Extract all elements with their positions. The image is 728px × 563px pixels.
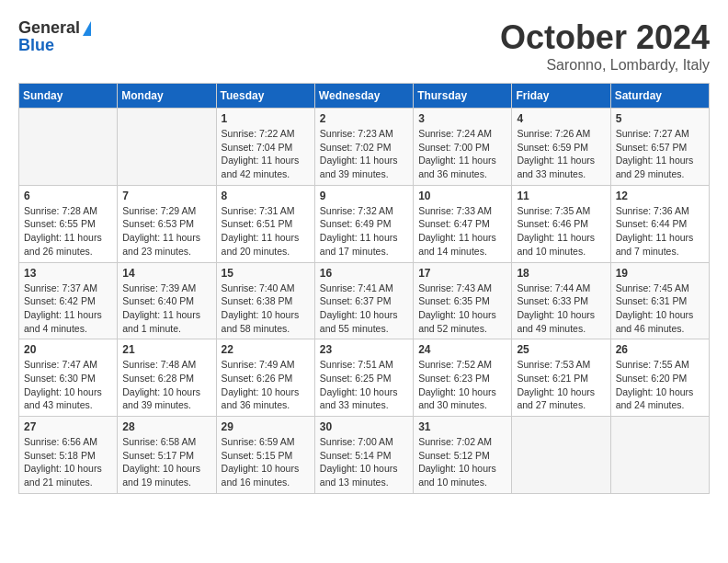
calendar-week-row: 6 Sunrise: 7:28 AM Sunset: 6:55 PM Dayli… (19, 185, 710, 262)
daylight-text: Daylight: 11 hours and 42 minutes. (222, 155, 300, 179)
day-number: 9 (320, 190, 408, 202)
calendar-cell: 15 Sunrise: 7:40 AM Sunset: 6:38 PM Dayl… (216, 262, 314, 339)
calendar-cell: 6 Sunrise: 7:28 AM Sunset: 6:55 PM Dayli… (19, 185, 118, 262)
daylight-text: Daylight: 11 hours and 36 minutes. (418, 155, 496, 179)
sunset-text: Sunset: 6:55 PM (24, 218, 96, 229)
cell-details: Sunrise: 7:02 AM Sunset: 5:12 PM Dayligh… (418, 435, 506, 489)
page-header: General Blue October 2024 Saronno, Lomba… (18, 18, 710, 74)
sunset-text: Sunset: 6:31 PM (616, 295, 688, 306)
cell-details: Sunrise: 7:45 AM Sunset: 6:31 PM Dayligh… (616, 282, 704, 336)
cell-details: Sunrise: 7:29 AM Sunset: 6:53 PM Dayligh… (122, 204, 210, 259)
sunrise-text: Sunrise: 7:49 AM (222, 359, 295, 370)
day-number: 21 (122, 343, 210, 356)
calendar-cell: 19 Sunrise: 7:45 AM Sunset: 6:31 PM Dayl… (610, 262, 709, 339)
sunrise-text: Sunrise: 7:55 AM (616, 359, 689, 370)
cell-details: Sunrise: 7:49 AM Sunset: 6:26 PM Dayligh… (222, 358, 310, 412)
sunset-text: Sunset: 5:18 PM (24, 450, 96, 461)
daylight-text: Daylight: 11 hours and 4 minutes. (24, 309, 102, 334)
sunset-text: Sunset: 6:20 PM (616, 373, 688, 384)
day-number: 27 (24, 420, 112, 433)
sunset-text: Sunset: 7:04 PM (222, 142, 293, 153)
day-number: 5 (616, 112, 704, 125)
day-number: 26 (616, 343, 704, 356)
sunrise-text: Sunrise: 7:51 AM (320, 359, 393, 370)
sunrise-text: Sunrise: 7:28 AM (24, 205, 97, 216)
sunset-text: Sunset: 5:12 PM (418, 450, 490, 461)
cell-details: Sunrise: 6:58 AM Sunset: 5:17 PM Dayligh… (122, 435, 210, 489)
day-number: 17 (418, 267, 506, 280)
cell-details: Sunrise: 7:28 AM Sunset: 6:55 PM Dayligh… (24, 204, 112, 259)
cell-details: Sunrise: 7:24 AM Sunset: 7:00 PM Dayligh… (418, 127, 506, 181)
sunrise-text: Sunrise: 7:41 AM (320, 282, 393, 293)
cell-details: Sunrise: 7:41 AM Sunset: 6:37 PM Dayligh… (320, 282, 408, 336)
day-number: 12 (616, 190, 704, 202)
logo-general-text: General (18, 18, 80, 38)
sunset-text: Sunset: 6:28 PM (122, 373, 194, 384)
col-saturday: Saturday (610, 84, 709, 109)
daylight-text: Daylight: 11 hours and 20 minutes. (222, 232, 300, 257)
day-number: 23 (320, 343, 408, 356)
calendar-cell: 1 Sunrise: 7:22 AM Sunset: 7:04 PM Dayli… (216, 109, 314, 186)
sunrise-text: Sunrise: 7:02 AM (418, 436, 492, 447)
daylight-text: Daylight: 10 hours and 36 minutes. (222, 386, 300, 411)
cell-details: Sunrise: 6:56 AM Sunset: 5:18 PM Dayligh… (24, 435, 112, 489)
cell-details: Sunrise: 7:36 AM Sunset: 6:44 PM Dayligh… (616, 204, 704, 259)
cell-details: Sunrise: 7:33 AM Sunset: 6:47 PM Dayligh… (418, 204, 506, 259)
sunrise-text: Sunrise: 7:37 AM (24, 282, 97, 293)
calendar-cell: 9 Sunrise: 7:32 AM Sunset: 6:49 PM Dayli… (314, 185, 413, 262)
calendar-cell: 20 Sunrise: 7:47 AM Sunset: 6:30 PM Dayl… (19, 339, 118, 417)
daylight-text: Daylight: 10 hours and 21 minutes. (24, 463, 102, 488)
sunset-text: Sunset: 5:17 PM (122, 450, 194, 461)
day-number: 10 (418, 190, 506, 202)
sunrise-text: Sunrise: 7:32 AM (320, 205, 393, 216)
calendar-cell (512, 417, 610, 494)
day-number: 18 (517, 267, 605, 280)
calendar-cell: 30 Sunrise: 7:00 AM Sunset: 5:14 PM Dayl… (314, 417, 413, 494)
day-number: 20 (24, 343, 112, 356)
sunset-text: Sunset: 6:35 PM (418, 295, 490, 306)
daylight-text: Daylight: 10 hours and 43 minutes. (24, 386, 102, 411)
daylight-text: Daylight: 10 hours and 55 minutes. (320, 309, 398, 334)
daylight-text: Daylight: 10 hours and 58 minutes. (222, 309, 300, 334)
calendar-cell: 29 Sunrise: 6:59 AM Sunset: 5:15 PM Dayl… (216, 417, 314, 494)
daylight-text: Daylight: 11 hours and 26 minutes. (24, 232, 102, 257)
calendar-cell: 11 Sunrise: 7:35 AM Sunset: 6:46 PM Dayl… (512, 185, 610, 262)
sunrise-text: Sunrise: 7:36 AM (616, 205, 689, 216)
calendar-cell: 16 Sunrise: 7:41 AM Sunset: 6:37 PM Dayl… (314, 262, 413, 339)
cell-details: Sunrise: 7:48 AM Sunset: 6:28 PM Dayligh… (122, 358, 210, 412)
calendar-week-row: 20 Sunrise: 7:47 AM Sunset: 6:30 PM Dayl… (19, 339, 710, 417)
calendar-cell: 27 Sunrise: 6:56 AM Sunset: 5:18 PM Dayl… (19, 417, 118, 494)
day-number: 14 (122, 267, 210, 280)
day-number: 28 (122, 420, 210, 433)
sunrise-text: Sunrise: 7:31 AM (222, 205, 295, 216)
cell-details: Sunrise: 7:32 AM Sunset: 6:49 PM Dayligh… (320, 204, 408, 259)
cell-details: Sunrise: 7:55 AM Sunset: 6:20 PM Dayligh… (616, 358, 704, 412)
day-number: 30 (320, 420, 408, 433)
day-number: 3 (418, 112, 506, 125)
sunrise-text: Sunrise: 7:44 AM (517, 282, 590, 293)
sunset-text: Sunset: 6:37 PM (320, 295, 392, 306)
cell-details: Sunrise: 7:23 AM Sunset: 7:02 PM Dayligh… (320, 127, 408, 181)
daylight-text: Daylight: 10 hours and 16 minutes. (222, 463, 300, 488)
day-number: 2 (320, 112, 408, 125)
logo: General Blue (18, 18, 91, 55)
cell-details: Sunrise: 7:37 AM Sunset: 6:42 PM Dayligh… (24, 282, 112, 336)
sunrise-text: Sunrise: 6:56 AM (24, 436, 97, 447)
cell-details: Sunrise: 7:44 AM Sunset: 6:33 PM Dayligh… (517, 282, 605, 336)
cell-details: Sunrise: 7:53 AM Sunset: 6:21 PM Dayligh… (517, 358, 605, 412)
daylight-text: Daylight: 10 hours and 39 minutes. (122, 386, 200, 411)
day-number: 8 (222, 190, 310, 202)
cell-details: Sunrise: 7:35 AM Sunset: 6:46 PM Dayligh… (517, 204, 605, 259)
sunset-text: Sunset: 6:51 PM (222, 218, 293, 229)
calendar-cell: 21 Sunrise: 7:48 AM Sunset: 6:28 PM Dayl… (118, 339, 216, 417)
sunset-text: Sunset: 6:26 PM (222, 373, 293, 384)
cell-details: Sunrise: 7:47 AM Sunset: 6:30 PM Dayligh… (24, 358, 112, 412)
daylight-text: Daylight: 10 hours and 52 minutes. (418, 309, 496, 334)
calendar-week-row: 13 Sunrise: 7:37 AM Sunset: 6:42 PM Dayl… (19, 262, 710, 339)
day-number: 15 (222, 267, 310, 280)
calendar-cell: 24 Sunrise: 7:52 AM Sunset: 6:23 PM Dayl… (414, 339, 512, 417)
cell-details: Sunrise: 7:52 AM Sunset: 6:23 PM Dayligh… (418, 358, 506, 412)
sunrise-text: Sunrise: 7:48 AM (122, 359, 196, 370)
logo-blue-text: Blue (18, 36, 54, 55)
sunset-text: Sunset: 6:59 PM (517, 142, 588, 153)
